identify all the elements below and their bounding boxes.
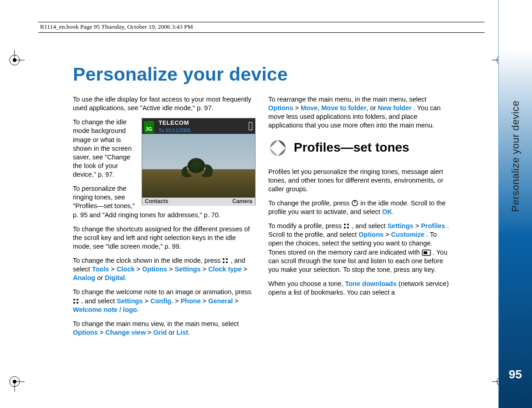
- svg-rect-32: [424, 251, 427, 254]
- svg-point-30: [347, 227, 349, 229]
- svg-point-29: [344, 227, 346, 229]
- para: To change the profile, press in the idle…: [268, 199, 451, 216]
- phone-wallpaper: [142, 134, 255, 198]
- ui-path: Analog: [73, 274, 95, 281]
- ui-path: Digital: [105, 274, 125, 281]
- svg-point-17: [226, 258, 228, 260]
- ui-path: Tone downloads: [345, 280, 396, 287]
- svg-point-18: [223, 261, 225, 263]
- para: To change the welcome note to an image o…: [73, 288, 256, 314]
- ui-path: Clock: [117, 265, 135, 273]
- ui-path: Customize: [391, 231, 425, 238]
- ui-path: OK: [382, 208, 392, 215]
- softkey-right: Camera: [232, 198, 252, 205]
- running-header: R1114_en.book Page 95 Thursday, October …: [38, 22, 485, 33]
- para: To change the clock shown in the idle mo…: [73, 256, 256, 282]
- phone-softkeys: Contacts Camera: [142, 198, 255, 206]
- side-tab: Personalize your device 95: [498, 0, 532, 408]
- para: To change the main menu view, in the mai…: [73, 320, 256, 337]
- svg-point-23: [77, 302, 78, 304]
- ui-path: Options: [268, 104, 293, 112]
- battery-icon: [249, 122, 252, 130]
- ui-path: Grid: [153, 329, 167, 336]
- ui-path: Settings: [387, 222, 413, 230]
- svg-point-19: [226, 261, 228, 263]
- column-left: To use the idle display for fast access …: [73, 95, 256, 342]
- para: To rearrange the main menu, in the main …: [268, 95, 451, 130]
- power-key-icon: [351, 199, 358, 207]
- ui-path: Config.: [150, 297, 173, 305]
- ui-path: Clock type: [208, 265, 241, 273]
- ui-path: Options: [73, 329, 98, 336]
- ui-path: Welcome note / logo: [73, 306, 137, 313]
- phone-statusbar: 3G TELECOM Tu 01/11/2005: [142, 118, 255, 134]
- ui-path: Move: [301, 104, 317, 112]
- running-header-text: R1114_en.book Page 95 Thursday, October …: [40, 23, 193, 30]
- para: To change the shortcuts assigned for the…: [73, 225, 256, 251]
- menu-key-icon: [343, 223, 350, 230]
- side-tab-label: Personalize your device: [510, 100, 522, 212]
- menu-key-icon: [222, 258, 229, 264]
- svg-point-3: [13, 58, 16, 62]
- svg-point-28: [347, 224, 349, 225]
- para: When you choose a tone, Tone downloads (…: [268, 280, 451, 297]
- ui-path: Profiles: [421, 222, 445, 230]
- ui-path: General: [208, 297, 233, 305]
- para: To use the idle display for fast access …: [73, 95, 256, 112]
- page-title: Personalize your device: [73, 64, 451, 85]
- ui-path: Settings: [117, 297, 143, 305]
- para: Profiles let you personalize the ringing…: [268, 168, 451, 194]
- ui-path: New folder: [378, 104, 412, 112]
- section-title: Profiles—set tones: [294, 139, 409, 156]
- profiles-icon: [268, 138, 287, 158]
- phone-date: Tu 01/11/2005: [159, 127, 191, 134]
- phone-screenshot: 3G TELECOM Tu 01/11/2005 Contacts Camera: [142, 118, 256, 205]
- softkey-left: Contacts: [145, 198, 168, 205]
- section-heading: Profiles—set tones: [268, 138, 451, 158]
- menu-key-icon: [73, 298, 79, 305]
- crop-mark: [5, 50, 25, 70]
- operator-label: TELECOM: [159, 119, 191, 127]
- page-number: 95: [499, 367, 532, 382]
- crop-mark: [5, 372, 25, 392]
- svg-point-24: [275, 145, 281, 151]
- ui-path: List: [176, 329, 188, 336]
- column-right: To rearrange the main menu, in the main …: [268, 95, 451, 342]
- ui-path: Options: [142, 265, 167, 273]
- ui-path: Options: [358, 231, 384, 238]
- memory-card-icon: [422, 250, 431, 256]
- svg-point-20: [73, 299, 75, 301]
- ui-path: Settings: [174, 265, 200, 273]
- ui-path: Phone: [180, 297, 200, 305]
- svg-point-16: [223, 258, 225, 260]
- svg-point-21: [77, 299, 78, 301]
- network-badge: 3G: [144, 121, 154, 133]
- ui-path: Tools: [92, 265, 109, 273]
- ui-path: Move to folder: [321, 104, 366, 112]
- para: To modify a profile, press , and select …: [268, 222, 451, 274]
- ui-path: Change view: [105, 329, 146, 336]
- svg-point-27: [344, 224, 346, 225]
- svg-point-11: [13, 380, 16, 383]
- svg-point-22: [73, 302, 75, 304]
